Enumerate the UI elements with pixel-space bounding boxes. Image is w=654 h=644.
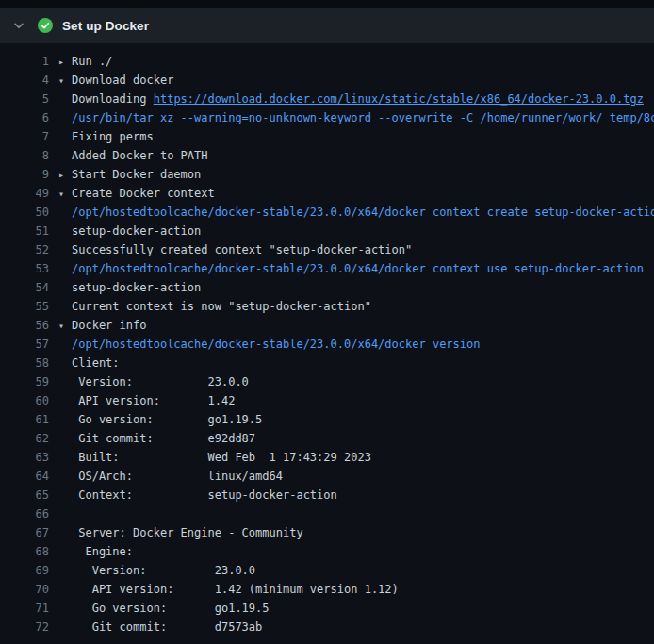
- log-line-content: Go version: go1.19.5: [72, 602, 654, 615]
- log-text: Version: 23.0.0: [72, 564, 255, 577]
- line-number-link[interactable]: 65: [0, 488, 49, 502]
- triangle-down-icon[interactable]: ▾: [58, 321, 72, 331]
- line-number-link[interactable]: 53: [0, 262, 49, 275]
- log-line: 72 Git commit: d7573ab: [0, 618, 654, 636]
- line-number-link[interactable]: 71: [0, 602, 49, 615]
- log-line: 63 Built: Wed Feb 1 17:43:29 2023: [0, 448, 654, 467]
- log-line-content: API version: 1.42: [72, 394, 654, 407]
- log-text: Download docker: [72, 74, 173, 87]
- triangle-right-icon[interactable]: ▸: [58, 170, 72, 180]
- line-number-link[interactable]: 72: [0, 620, 49, 634]
- log-line: 60 API version: 1.42: [0, 391, 654, 410]
- log-line: 8Added Docker to PATH: [0, 146, 654, 165]
- log-text: Server: Docker Engine - Community: [72, 526, 303, 539]
- line-number-link[interactable]: 66: [0, 507, 49, 520]
- command-text: /opt/hostedtoolcache/docker-stable/23.0.…: [72, 262, 644, 275]
- log-text: Current context is now "setup-docker-act…: [72, 300, 371, 313]
- log-line: 53/opt/hostedtoolcache/docker-stable/23.…: [0, 259, 654, 278]
- line-number-link[interactable]: 4: [0, 74, 49, 87]
- step-header[interactable]: Set up Docker: [0, 8, 654, 43]
- log-line: 70 API version: 1.42 (minimum version 1.…: [0, 580, 654, 599]
- line-number-link[interactable]: 63: [0, 451, 49, 464]
- log-line: 54setup-docker-action: [0, 278, 654, 297]
- log-line: 51setup-docker-action: [0, 222, 654, 240]
- line-number-link[interactable]: 64: [0, 470, 49, 483]
- line-number-link[interactable]: 67: [0, 526, 49, 539]
- log-line: 7Fixing perms: [0, 127, 654, 146]
- log-text: Client:: [72, 356, 120, 370]
- log-text: setup-docker-action: [72, 281, 201, 294]
- line-number-link[interactable]: 62: [0, 432, 49, 445]
- line-number-link[interactable]: 68: [0, 545, 49, 558]
- triangle-down-icon[interactable]: ▾: [58, 189, 72, 199]
- log-line: 6/usr/bin/tar xz --warning=no-unknown-ke…: [0, 108, 654, 127]
- line-number-link[interactable]: 56: [0, 319, 49, 332]
- log-line: 4▾Download docker: [0, 71, 654, 90]
- line-number-link[interactable]: 58: [0, 356, 49, 370]
- log-container: 1▸Run ./4▾Download docker5Downloading ht…: [0, 43, 654, 636]
- line-number-link[interactable]: 61: [0, 413, 49, 426]
- log-line: 52Successfully created context "setup-do…: [0, 240, 654, 259]
- log-line-content: Start Docker daemon: [72, 168, 654, 181]
- line-number-link[interactable]: 49: [0, 187, 49, 200]
- command-text: /opt/hostedtoolcache/docker-stable/23.0.…: [72, 338, 480, 351]
- step-title: Set up Docker: [62, 19, 149, 33]
- log-line: 62 Git commit: e92dd87: [0, 429, 654, 448]
- line-number-link[interactable]: 60: [0, 394, 49, 407]
- triangle-right-icon[interactable]: ▸: [58, 57, 72, 67]
- log-line-content: Successfully created context "setup-dock…: [72, 243, 654, 256]
- log-text: Docker info: [72, 319, 146, 332]
- chevron-down-icon[interactable]: [11, 18, 26, 33]
- log-line-content: setup-docker-action: [72, 281, 654, 294]
- line-number-link[interactable]: 57: [0, 338, 49, 351]
- log-line-content: Go version: go1.19.5: [72, 413, 654, 426]
- success-check-icon: [38, 18, 53, 33]
- log-line-content: OS/Arch: linux/amd64: [72, 470, 654, 483]
- log-line-content: Engine:: [72, 545, 654, 558]
- line-number-link[interactable]: 51: [0, 224, 49, 238]
- log-line: 50/opt/hostedtoolcache/docker-stable/23.…: [0, 203, 654, 222]
- line-number-link[interactable]: 5: [0, 92, 49, 106]
- line-number-link[interactable]: 52: [0, 243, 49, 256]
- log-text: Start Docker daemon: [72, 168, 201, 181]
- log-text: Run ./: [72, 55, 112, 68]
- line-number-link[interactable]: 59: [0, 375, 49, 388]
- log-line-content: Current context is now "setup-docker-act…: [72, 300, 654, 313]
- log-link[interactable]: https://download.docker.com/linux/static…: [154, 92, 644, 106]
- line-number-link[interactable]: 54: [0, 281, 49, 294]
- log-text: Downloading: [72, 92, 154, 106]
- log-line: 56▾Docker info: [0, 316, 654, 335]
- line-number-link[interactable]: 69: [0, 564, 49, 577]
- line-number-link[interactable]: 7: [0, 130, 49, 143]
- line-number-link[interactable]: 8: [0, 149, 49, 162]
- log-line-content: Downloading https://download.docker.com/…: [72, 92, 654, 106]
- log-text: Added Docker to PATH: [72, 149, 208, 162]
- log-line-content: /opt/hostedtoolcache/docker-stable/23.0.…: [72, 338, 654, 351]
- line-number-link[interactable]: 70: [0, 583, 49, 596]
- log-line: 66: [0, 504, 654, 523]
- log-line: 55Current context is now "setup-docker-a…: [0, 297, 654, 316]
- log-line-content: Version: 23.0.0: [72, 564, 654, 577]
- triangle-down-icon[interactable]: ▾: [58, 75, 72, 86]
- log-line-content: /opt/hostedtoolcache/docker-stable/23.0.…: [72, 206, 654, 219]
- command-text: /opt/hostedtoolcache/docker-stable/23.0.…: [72, 206, 654, 219]
- log-text: Engine:: [72, 545, 133, 558]
- log-text: setup-docker-action: [72, 224, 201, 238]
- line-number-link[interactable]: 1: [0, 55, 49, 68]
- top-strip: [0, 0, 654, 8]
- log-line-content: Docker info: [72, 319, 654, 332]
- log-line-content: Server: Docker Engine - Community: [72, 526, 654, 539]
- log-line: 68 Engine:: [0, 542, 654, 561]
- line-number-link[interactable]: 50: [0, 206, 49, 219]
- log-line-content: Client:: [72, 356, 654, 370]
- log-line-content: Create Docker context: [72, 187, 654, 200]
- log-text: Git commit: d7573ab: [72, 620, 262, 634]
- line-number-link[interactable]: 55: [0, 300, 49, 313]
- log-line-content: Built: Wed Feb 1 17:43:29 2023: [72, 451, 654, 464]
- log-text: Successfully created context "setup-dock…: [72, 243, 412, 256]
- line-number-link[interactable]: 6: [0, 111, 49, 124]
- log-line: 58Client:: [0, 354, 654, 372]
- line-number-link[interactable]: 9: [0, 168, 49, 181]
- log-line-content: Context: setup-docker-action: [72, 488, 654, 502]
- log-line: 5Downloading https://download.docker.com…: [0, 90, 654, 108]
